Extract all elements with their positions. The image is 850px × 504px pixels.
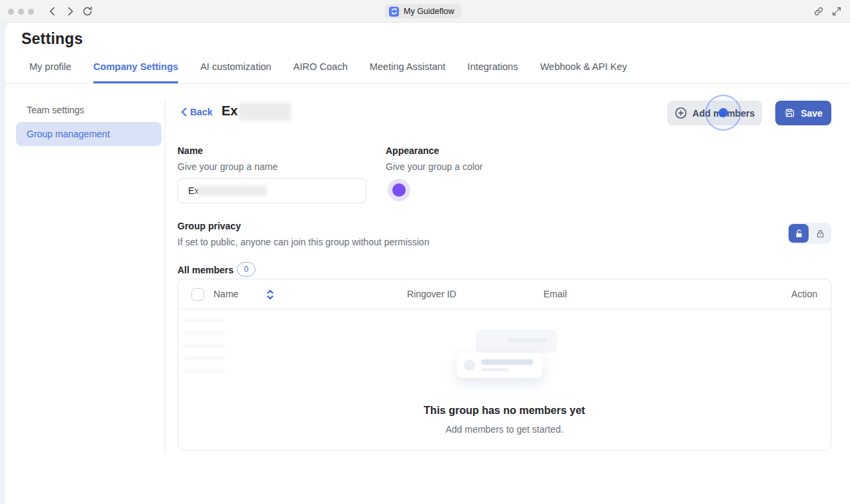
add-members-button[interactable]: Add members [667,101,762,125]
tab-webhook-api-key[interactable]: Webhook & API Key [540,61,626,83]
column-header-name: Name [214,289,238,299]
privacy-label: Group privacy [177,221,241,231]
sidebar-item-group-management[interactable]: Group management [16,122,161,146]
members-count-badge: 0 [237,262,256,277]
window-close-button[interactable] [8,9,14,15]
page-title: Settings [21,30,83,48]
group-color-swatch[interactable] [388,179,410,201]
tab-meeting-assistant[interactable]: Meeting Assistant [370,61,446,83]
tab-integrations[interactable]: Integrations [468,61,518,83]
tab-ai-customization[interactable]: AI customization [200,61,271,83]
save-icon [784,107,795,119]
window-minimize-button[interactable] [18,9,24,15]
window-maximize-button[interactable] [28,9,34,15]
chevron-left-icon [181,107,187,117]
members-table-header: Name Ringover ID Email Action [178,279,831,309]
plus-circle-icon [675,107,687,119]
save-button[interactable]: Save [775,101,831,125]
browser-tab-title: My Guideflow [404,7,454,16]
group-name-title: Ex [222,103,238,119]
name-hint: Give your group a name [177,161,278,172]
empty-state-subtitle: Add members to get started. [178,424,831,435]
browser-reload-icon[interactable] [81,5,93,17]
appearance-hint: Give your group a color [386,161,483,172]
privacy-toggle [787,223,831,244]
sidebar-divider [165,100,165,453]
group-name-input-redacted [197,185,267,196]
empty-state-title: This group has no members yet [178,405,831,417]
lock-icon[interactable] [810,224,830,243]
ghost-skeleton-rows [183,318,225,381]
tab-my-profile[interactable]: My profile [29,61,71,83]
browser-back-icon[interactable] [47,5,59,17]
fullscreen-icon[interactable] [831,6,842,17]
save-label: Save [801,108,823,119]
name-label: Name [177,145,203,156]
empty-state-illustration [452,325,558,382]
privacy-hint: If set to public, anyone can join this g… [177,237,429,247]
sidebar-item-team-settings[interactable]: Team settings [27,105,84,115]
members-table: Name Ringover ID Email Action This group… [177,279,831,451]
group-color-dot [392,183,406,197]
back-label: Back [190,107,212,117]
browser-tab[interactable]: My Guideflow [385,4,461,19]
back-button[interactable]: Back [181,107,212,117]
select-all-checkbox[interactable] [191,288,204,301]
settings-tabbar: My profile Company Settings AI customiza… [5,61,850,84]
column-header-email: Email [525,289,585,299]
guideflow-logo-icon [389,7,399,17]
browser-chrome: My Guideflow [0,0,850,23]
browser-forward-icon[interactable] [64,5,76,17]
column-header-action: Action [791,289,817,299]
group-name-redacted [239,103,291,121]
settings-page: Settings My profile Company Settings AI … [5,23,850,504]
tab-airo-coach[interactable]: AIRO Coach [294,61,348,83]
all-members-label: All members [177,265,234,275]
unlock-icon[interactable] [789,224,809,243]
copy-link-icon[interactable] [813,6,824,17]
add-members-label: Add members [693,108,755,119]
sort-icon[interactable] [266,289,275,300]
tab-company-settings[interactable]: Company Settings [93,61,178,83]
illustration-avatar [464,359,475,371]
appearance-label: Appearance [386,145,439,156]
column-header-ringover-id: Ringover ID [378,289,485,299]
